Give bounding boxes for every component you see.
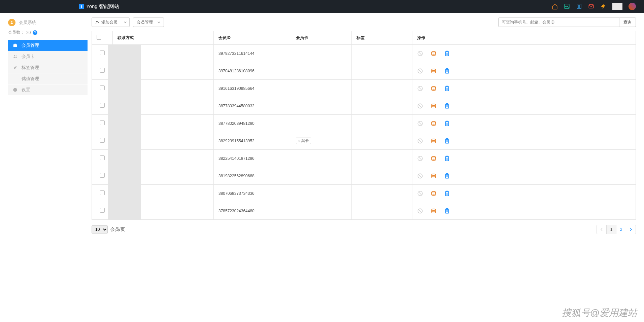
cell-ops bbox=[412, 45, 636, 62]
redacted-contact bbox=[108, 132, 141, 149]
sidebar-item-tag-mgmt[interactable]: 标签管理 bbox=[8, 62, 88, 73]
select-all-checkbox[interactable] bbox=[97, 35, 101, 40]
cell-ops bbox=[412, 132, 636, 150]
image-icon[interactable] bbox=[564, 3, 570, 9]
row-checkbox[interactable] bbox=[100, 138, 105, 143]
cell-contact bbox=[113, 62, 214, 80]
sidebar-item-member-card[interactable]: 会员卡 bbox=[8, 51, 88, 62]
clipboard-icon[interactable] bbox=[444, 50, 450, 57]
avatar[interactable] bbox=[629, 3, 636, 10]
coins-icon[interactable] bbox=[431, 155, 437, 162]
pager-page-2[interactable]: 2 bbox=[616, 225, 626, 234]
cell-contact bbox=[113, 167, 214, 185]
clipboard-icon[interactable] bbox=[444, 120, 450, 127]
sidebar-item-value-mgmt[interactable]: 储值管理 bbox=[8, 73, 88, 84]
tag-chip[interactable]: ×黑卡 bbox=[296, 138, 311, 144]
add-member-caret[interactable] bbox=[121, 17, 130, 27]
cell-member-id: 3970481286108096 bbox=[214, 62, 291, 80]
redacted-contact bbox=[108, 115, 141, 132]
coins-icon[interactable] bbox=[431, 120, 437, 127]
cell-tag bbox=[352, 45, 412, 62]
briefcase-icon bbox=[13, 43, 18, 48]
coins-icon[interactable] bbox=[431, 173, 437, 179]
row-checkbox[interactable] bbox=[100, 190, 105, 195]
clipboard-icon[interactable] bbox=[444, 68, 450, 74]
block-icon[interactable] bbox=[417, 85, 423, 92]
tag-text: 黑卡 bbox=[301, 138, 309, 143]
block-icon[interactable] bbox=[417, 50, 423, 57]
table-row: 3785723024364480 bbox=[92, 202, 636, 220]
block-icon[interactable] bbox=[417, 68, 423, 74]
cell-member-id: 3916163190985664 bbox=[214, 80, 291, 97]
search-input[interactable] bbox=[498, 17, 619, 27]
cell-card bbox=[291, 45, 352, 62]
block-icon[interactable] bbox=[417, 190, 423, 196]
row-checkbox[interactable] bbox=[100, 155, 105, 160]
pager-page-1[interactable]: 1 bbox=[606, 225, 616, 234]
clipboard-icon[interactable] bbox=[444, 190, 450, 196]
coins-icon[interactable] bbox=[431, 50, 437, 57]
clipboard-icon[interactable] bbox=[444, 85, 450, 92]
home-icon[interactable] bbox=[552, 3, 558, 9]
block-icon[interactable] bbox=[417, 120, 423, 127]
coins-icon[interactable] bbox=[431, 208, 437, 214]
table-row: 3979273211614144 bbox=[92, 45, 636, 62]
cell-contact bbox=[113, 80, 214, 97]
clipboard-icon[interactable] bbox=[444, 155, 450, 162]
pager-next[interactable] bbox=[626, 225, 636, 234]
row-checkbox[interactable] bbox=[100, 208, 105, 213]
col-card: 会员卡 bbox=[291, 31, 352, 45]
tag-remove-icon[interactable]: × bbox=[298, 139, 300, 143]
help-icon[interactable]: ? bbox=[33, 30, 37, 35]
clipboard-icon[interactable] bbox=[444, 208, 450, 214]
search-button[interactable]: 查询 bbox=[619, 17, 636, 27]
user-block[interactable] bbox=[612, 3, 622, 10]
block-icon[interactable] bbox=[417, 173, 423, 179]
coins-icon[interactable] bbox=[431, 138, 437, 144]
row-checkbox[interactable] bbox=[100, 68, 105, 73]
svg-point-46 bbox=[432, 209, 436, 211]
col-contact: 联系方式 bbox=[113, 31, 214, 45]
mail-icon[interactable] bbox=[588, 3, 594, 9]
row-checkbox[interactable] bbox=[100, 85, 105, 90]
clipboard-icon[interactable] bbox=[444, 173, 450, 179]
cell-tag bbox=[352, 115, 412, 132]
cell-member-id: 3979273211614144 bbox=[214, 45, 291, 62]
block-icon[interactable] bbox=[417, 103, 423, 109]
cell-contact bbox=[113, 97, 214, 115]
member-mgmt-group: 会员管理 bbox=[133, 17, 164, 27]
pager-prev[interactable] bbox=[597, 225, 607, 234]
row-checkbox[interactable] bbox=[100, 173, 105, 178]
bolt-icon[interactable] bbox=[600, 3, 606, 9]
svg-point-8 bbox=[96, 21, 98, 22]
row-checkbox[interactable] bbox=[100, 50, 105, 55]
coins-icon[interactable] bbox=[431, 85, 437, 92]
cell-card bbox=[291, 97, 352, 115]
chevron-down-icon bbox=[124, 21, 127, 24]
redacted-contact bbox=[108, 97, 141, 114]
cell-card bbox=[291, 167, 352, 185]
row-checkbox[interactable] bbox=[100, 120, 105, 125]
coins-icon[interactable] bbox=[431, 68, 437, 74]
page-size-select[interactable]: 10 bbox=[92, 225, 108, 234]
sidebar-item-member-mgmt[interactable]: 会员管理 bbox=[8, 40, 88, 51]
svg-rect-4 bbox=[13, 44, 17, 47]
cell-ops bbox=[412, 167, 636, 185]
sidebar-item-label: 设置 bbox=[22, 87, 30, 93]
cell-contact bbox=[113, 185, 214, 202]
clipboard-icon[interactable] bbox=[444, 103, 450, 109]
coins-icon[interactable] bbox=[431, 103, 437, 109]
svg-point-18 bbox=[432, 86, 436, 88]
row-checkbox[interactable] bbox=[100, 103, 105, 108]
block-icon[interactable] bbox=[417, 155, 423, 162]
block-icon[interactable] bbox=[417, 208, 423, 214]
building-icon[interactable] bbox=[576, 3, 582, 9]
add-member-button[interactable]: 添加会员 bbox=[92, 17, 121, 27]
member-mgmt-button[interactable]: 会员管理 bbox=[133, 17, 164, 27]
clipboard-icon[interactable] bbox=[444, 138, 450, 144]
coins-icon[interactable] bbox=[431, 190, 437, 196]
table-row: 3970481286108096 bbox=[92, 62, 636, 80]
sidebar-item-settings[interactable]: 设置 bbox=[8, 84, 88, 95]
block-icon[interactable] bbox=[417, 138, 423, 144]
user-circle-icon bbox=[8, 19, 15, 26]
